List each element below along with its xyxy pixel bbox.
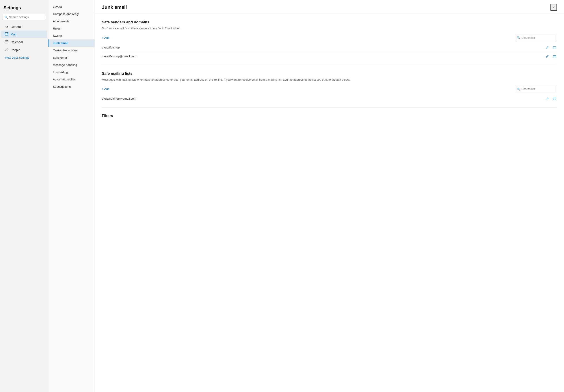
close-button[interactable]: × [550,4,557,11]
main-header: Junk email × [95,0,564,14]
sidebar-item-calendar[interactable]: Calendar [1,38,47,46]
safe-sender-actions-2 [545,54,557,58]
delete-safe-sender-1-button[interactable] [552,45,557,50]
edit-safe-sender-1-button[interactable] [545,45,550,50]
sidebar-item-mail[interactable]: Mail [1,31,47,38]
safe-mailing-search-wrap: 🔍 [515,86,557,92]
safe-senders-search-wrap: 🔍 [515,35,557,41]
submenu-item-forwarding[interactable]: Forwarding [48,69,95,76]
settings-title: Settings [0,4,48,14]
safe-senders-search-icon: 🔍 [517,36,520,40]
calendar-icon [5,40,8,44]
safe-mailing-value-1: theralife.shop@gmail.com [102,97,136,100]
submenu-item-sync-email[interactable]: Sync email [48,54,95,61]
safe-senders-search-input[interactable] [515,35,557,41]
main-content: Junk email × Safe senders and domains Do… [95,0,564,392]
submenu-item-subscriptions[interactable]: Subscriptions [48,83,95,90]
safe-mailing-actions-1 [545,97,557,101]
submenu-item-rules[interactable]: Rules [48,25,95,32]
people-icon [5,48,8,52]
view-quick-settings-link[interactable]: View quick settings [1,54,47,61]
safe-sender-actions-1 [545,45,557,50]
safe-mailing-desc: Messages with mailing lists often have a… [102,78,557,82]
table-row: theralife.shop@gmail.com [102,94,557,103]
svg-rect-16 [553,98,556,100]
submenu-item-compose-reply[interactable]: Compose and reply [48,10,95,18]
svg-point-5 [6,48,8,50]
safe-sender-value-2: theralife.shop@gmail.com [102,55,136,58]
page-title: Junk email [102,4,127,10]
safe-mailing-section: Safe mailing lists Messages with mailing… [102,65,557,108]
table-row: theralife.shop@gmail.com [102,52,557,61]
sidebar-left: Settings 🔍 ⚙ General Mail Calendar [0,0,48,392]
edit-safe-sender-2-button[interactable] [545,54,550,58]
safe-mailing-title: Safe mailing lists [102,71,557,76]
gear-icon: ⚙ [5,25,8,29]
submenu-item-automatic-replies[interactable]: Automatic replies [48,76,95,83]
submenu-item-attachments[interactable]: Attachments [48,18,95,25]
search-settings-icon: 🔍 [4,15,8,19]
safe-senders-toolbar: + Add 🔍 [102,35,557,41]
search-settings-wrap: 🔍 [3,14,46,20]
submenu-item-layout[interactable]: Layout [48,3,95,10]
svg-rect-6 [553,46,556,49]
submenu-item-customize-actions[interactable]: Customize actions [48,47,95,54]
safe-sender-value-1: theralife.shop [102,46,120,49]
safe-senders-add-button[interactable]: + Add [102,35,110,40]
safe-mailing-search-input[interactable] [515,86,557,92]
sidebar-item-people[interactable]: People [1,46,47,54]
svg-rect-1 [5,41,8,43]
submenu-item-message-handling[interactable]: Message handling [48,61,95,69]
filters-section: Filters [102,108,557,124]
safe-senders-section: Safe senders and domains Don't move emai… [102,14,557,65]
safe-mailing-add-button[interactable]: + Add [102,86,110,91]
safe-mailing-search-icon: 🔍 [517,87,520,91]
svg-rect-11 [553,55,556,58]
edit-safe-mailing-1-button[interactable] [545,97,550,101]
safe-mailing-toolbar: + Add 🔍 [102,86,557,92]
sidebar-item-general[interactable]: ⚙ General [1,23,47,30]
sidebar-middle: Layout Compose and reply Attachments Rul… [48,0,95,392]
safe-senders-title: Safe senders and domains [102,20,557,25]
delete-safe-sender-2-button[interactable] [552,54,557,58]
table-row: theralife.shop [102,43,557,52]
mail-icon [5,32,8,36]
safe-senders-desc: Don't move email from these senders to m… [102,26,557,31]
main-body: Safe senders and domains Don't move emai… [95,14,564,124]
delete-safe-mailing-1-button[interactable] [552,97,557,101]
submenu-item-junk-email[interactable]: Junk email [48,40,95,47]
search-settings-input[interactable] [3,14,46,20]
filters-title: Filters [102,114,557,118]
submenu-item-sweep[interactable]: Sweep [48,32,95,40]
